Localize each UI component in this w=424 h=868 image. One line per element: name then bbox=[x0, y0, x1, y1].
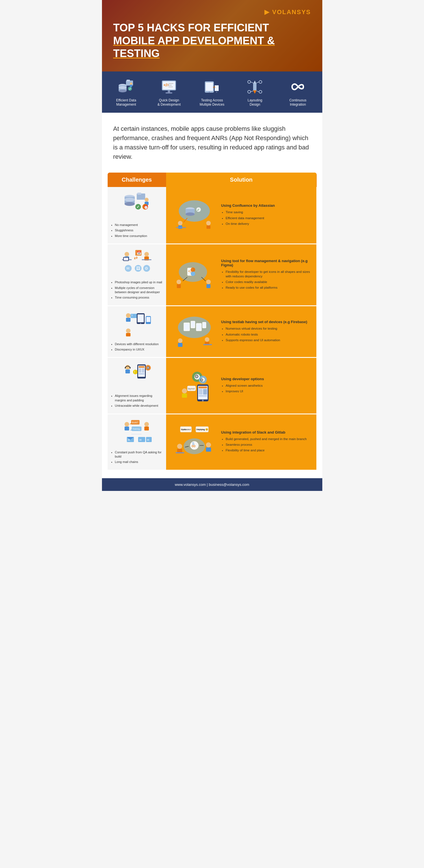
header-section: ▶ VOLANSYS TOP 5 HACKS FOR EFFICIENT MOB… bbox=[102, 0, 322, 71]
svg-text:Holiday 😊: Holiday 😊 bbox=[197, 428, 208, 431]
svg-point-145 bbox=[125, 422, 129, 427]
solution-img-2: </> bbox=[172, 258, 217, 292]
svg-point-58 bbox=[206, 221, 211, 225]
svg-point-108 bbox=[178, 338, 182, 343]
svg-rect-122 bbox=[139, 373, 144, 375]
svg-point-60 bbox=[125, 252, 129, 256]
svg-point-67 bbox=[144, 252, 149, 256]
svg-line-33 bbox=[256, 82, 259, 83]
challenge-points-1: No management Sluggishness More time con… bbox=[111, 223, 163, 239]
svg-rect-109 bbox=[178, 343, 182, 347]
challenge-point: More time consumption bbox=[115, 234, 163, 238]
svg-rect-85 bbox=[207, 284, 210, 288]
svg-point-31 bbox=[259, 90, 262, 93]
intro-text: At certain instances, mobile apps cause … bbox=[113, 124, 311, 161]
svg-text:✓: ✓ bbox=[129, 87, 131, 90]
svg-point-172 bbox=[206, 442, 211, 447]
svg-line-35 bbox=[256, 91, 259, 92]
svg-line-34 bbox=[250, 91, 253, 92]
code-icon: </> bbox=[159, 79, 179, 95]
solution-points-4: Aligned screen aesthetics Improves UI bbox=[221, 383, 311, 394]
solution-point: Ready to use codes for all platforms bbox=[226, 285, 311, 290]
solution-point: Supports espresso and UI automation bbox=[226, 338, 311, 342]
svg-rect-19 bbox=[206, 83, 213, 91]
logo: ▶ VOLANSYS bbox=[264, 8, 311, 16]
svg-text:⚙: ⚙ bbox=[194, 374, 199, 379]
table-row: ⚙ ! Alignment issues regarding margins a… bbox=[108, 358, 317, 414]
challenge-point: Discrepancy in UI/UX bbox=[115, 347, 163, 352]
challenge-points-3: Devices with different resolution Discre… bbox=[111, 342, 163, 353]
header-title: TOP 5 HACKS FOR EFFICIENT MOBILE APP DEV… bbox=[113, 22, 311, 60]
svg-rect-105 bbox=[196, 324, 201, 330]
svg-rect-114 bbox=[125, 367, 126, 369]
svg-text:🖼: 🖼 bbox=[136, 266, 140, 271]
svg-text:✉: ✉ bbox=[126, 266, 130, 271]
svg-rect-173 bbox=[206, 447, 211, 452]
solution-point: Build generated, pushed and merged in th… bbox=[226, 437, 311, 441]
svg-text:⇄: ⇄ bbox=[134, 255, 138, 260]
footer: www.volansys.com | business@volansys.com bbox=[102, 478, 322, 491]
solution-title-1: Using Confluence by Atlassian bbox=[221, 204, 311, 208]
svg-point-29 bbox=[259, 81, 262, 83]
svg-point-4 bbox=[119, 90, 126, 92]
svg-rect-69 bbox=[142, 259, 151, 260]
solution-content-4: Using developer options Aligned screen a… bbox=[221, 377, 311, 395]
svg-rect-59 bbox=[207, 225, 210, 229]
challenge-point: Photoshop images piled up in mail bbox=[115, 280, 163, 284]
svg-point-169 bbox=[177, 444, 182, 449]
nav-item-testing: ⇄ Testing AcrossMultiple Devices bbox=[193, 79, 231, 107]
svg-point-38 bbox=[125, 202, 135, 206]
challenge-cell-1: ✓ ⏰ No management Sluggishness More time… bbox=[108, 187, 166, 244]
solution-img-4: ⚙ ⚙ layout bbox=[172, 369, 217, 403]
solution-content-1: Using Confluence by Atlassian Time savin… bbox=[221, 204, 311, 227]
svg-rect-142 bbox=[203, 389, 207, 395]
devices-icon: ⇄ bbox=[202, 79, 222, 95]
svg-text:✓: ✓ bbox=[137, 205, 140, 209]
svg-text:⏰: ⏰ bbox=[144, 205, 149, 210]
svg-rect-171 bbox=[176, 452, 184, 453]
svg-point-153 bbox=[144, 422, 149, 427]
svg-point-20 bbox=[209, 92, 210, 93]
challenge-point: Devices with different resolution bbox=[115, 342, 163, 346]
solution-cell-1: ✓ Using Confluence by Atlassian Time sav… bbox=[166, 187, 317, 244]
svg-text:✓: ✓ bbox=[197, 208, 200, 212]
svg-rect-154 bbox=[144, 427, 149, 431]
svg-rect-121 bbox=[142, 368, 144, 373]
layout-icon bbox=[245, 79, 265, 95]
solution-content-3: Using testlab having set of devices (e.g… bbox=[221, 320, 311, 343]
solution-img-3 bbox=[172, 315, 217, 348]
solution-point: Automatic roboto tests bbox=[226, 332, 311, 337]
svg-text:📅: 📅 bbox=[137, 251, 142, 255]
svg-rect-93 bbox=[138, 314, 144, 322]
svg-text:✉: ✉ bbox=[147, 438, 149, 441]
svg-text:Training..: Training.. bbox=[132, 428, 141, 430]
svg-rect-17 bbox=[165, 92, 172, 93]
svg-point-88 bbox=[126, 313, 130, 318]
svg-marker-25 bbox=[253, 81, 256, 83]
solution-cell-4: ⚙ ⚙ layout bbox=[166, 358, 317, 413]
svg-point-144 bbox=[202, 400, 204, 401]
svg-point-82 bbox=[177, 280, 181, 284]
svg-point-51 bbox=[186, 212, 194, 216]
svg-text:layout: layout bbox=[188, 387, 195, 390]
svg-rect-1 bbox=[126, 80, 130, 81]
solution-points-1: Time saving Efficient data management On… bbox=[221, 210, 311, 226]
table-row: ✓ ⏰ No management Sluggishness More time… bbox=[108, 187, 317, 244]
solution-point: Seamless process bbox=[226, 442, 311, 447]
svg-point-126 bbox=[133, 370, 138, 374]
intro-section: At certain instances, mobile apps cause … bbox=[102, 113, 322, 170]
challenge-cell-5: Build? Training.. ✉ ✉ bbox=[108, 414, 166, 470]
solution-title-3: Using testlab having set of devices (e.g… bbox=[221, 320, 311, 324]
svg-rect-119 bbox=[139, 366, 144, 368]
svg-text:?: ? bbox=[131, 314, 133, 317]
solution-point: Aligned screen aesthetics bbox=[226, 383, 311, 388]
nav-item-ci: ContinuousIntegration bbox=[278, 79, 317, 107]
svg-point-110 bbox=[205, 337, 209, 342]
challenge-point: Constant push from QA asking for build bbox=[115, 450, 163, 459]
solution-cell-2: </> Using tool for flow management & nav… bbox=[166, 244, 317, 305]
solution-points-2: Flexibility for developer to get icons i… bbox=[221, 270, 311, 290]
solution-title-4: Using developer options bbox=[221, 377, 311, 381]
solution-cell-5: Build Uploaded Enjoying Holiday 😊 bbox=[166, 414, 317, 470]
logo-accent: ▶ bbox=[264, 8, 272, 16]
svg-rect-146 bbox=[125, 427, 129, 431]
